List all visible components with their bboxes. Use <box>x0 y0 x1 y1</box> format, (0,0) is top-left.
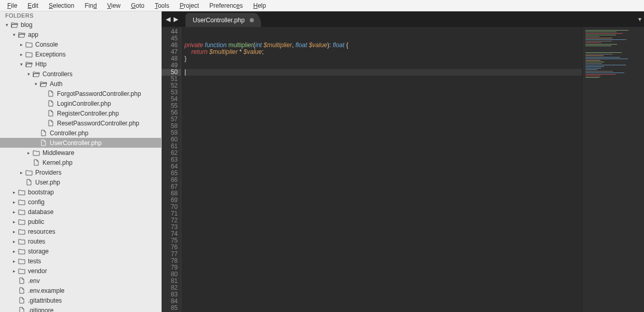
code-line[interactable] <box>184 82 582 89</box>
menu-project[interactable]: Project <box>177 1 202 10</box>
folder-node-public[interactable]: ▸public <box>0 217 161 226</box>
code-line[interactable] <box>184 123 582 130</box>
code-line[interactable] <box>184 150 582 157</box>
code-line[interactable] <box>184 210 582 217</box>
code-line[interactable] <box>184 224 582 231</box>
disclosure-triangle-icon[interactable]: ▾ <box>4 22 9 27</box>
folder-node-auth[interactable]: ▾Auth <box>0 79 161 89</box>
disclosure-triangle-icon[interactable]: ▸ <box>11 239 17 244</box>
code-line[interactable] <box>184 116 582 123</box>
file-node-usercontroller-php[interactable]: UserController.php <box>0 138 161 148</box>
file-node-env-example[interactable]: .env.example <box>0 286 161 295</box>
file-node-gitignore[interactable]: .gitignore <box>0 305 161 312</box>
code-line[interactable] <box>184 271 582 278</box>
code-line[interactable] <box>184 96 582 103</box>
code-line[interactable]: } <box>184 55 582 62</box>
code-line[interactable] <box>184 251 582 258</box>
file-node-resetpasswordcontroller-php[interactable]: ResetPasswordController.php <box>0 118 161 128</box>
code-line[interactable] <box>184 163 582 170</box>
forward-arrow-icon[interactable]: ▶ <box>174 16 178 23</box>
menu-view[interactable]: View <box>104 1 124 10</box>
menu-edit[interactable]: Edit <box>24 1 41 10</box>
menu-tools[interactable]: Tools <box>152 1 173 10</box>
folder-node-app[interactable]: ▾app <box>0 30 161 39</box>
disclosure-triangle-icon[interactable]: ▸ <box>11 229 17 234</box>
code-line[interactable] <box>184 204 582 210</box>
folder-node-blog[interactable]: ▾blog <box>0 20 161 30</box>
disclosure-triangle-icon[interactable]: ▾ <box>11 32 17 37</box>
folder-node-routes[interactable]: ▸routes <box>0 236 161 246</box>
code-line[interactable] <box>184 29 582 35</box>
disclosure-triangle-icon[interactable]: ▸ <box>11 200 17 205</box>
menu-help[interactable]: Help <box>250 1 269 10</box>
menu-find[interactable]: Find <box>81 1 99 10</box>
file-node-controller-php[interactable]: Controller.php <box>0 128 161 138</box>
folder-node-providers[interactable]: ▸Providers <box>0 167 161 177</box>
file-node-forgotpasswordcontroller-php[interactable]: ForgotPasswordController.php <box>0 89 161 98</box>
line-number-gutter[interactable]: 4445464748495051525354555657585960616263… <box>162 27 181 312</box>
code-area[interactable]: 4445464748495051525354555657585960616263… <box>162 27 644 312</box>
code-line[interactable] <box>184 170 582 177</box>
file-node-kernel-php[interactable]: Kernel.php <box>0 158 161 167</box>
sidebar[interactable]: FOLDERS ▾blog▾app▸Console▸Exceptions▾Htt… <box>0 11 162 312</box>
disclosure-triangle-icon[interactable]: ▸ <box>11 219 17 224</box>
code-line[interactable] <box>184 89 582 96</box>
disclosure-triangle-icon[interactable]: ▸ <box>11 259 17 264</box>
code-line[interactable] <box>184 237 582 244</box>
file-node-user-php[interactable]: User.php <box>0 177 161 187</box>
file-node-env[interactable]: .env <box>0 276 161 286</box>
code-line[interactable]: return $multiplier * $value; <box>184 49 582 55</box>
code-line[interactable] <box>184 69 582 76</box>
code-line[interactable] <box>184 103 582 109</box>
code-text[interactable]: private function multiplier(int $multipl… <box>181 27 582 312</box>
folder-node-storage[interactable]: ▸storage <box>0 246 161 256</box>
disclosure-triangle-icon[interactable]: ▸ <box>11 249 17 254</box>
folder-node-console[interactable]: ▸Console <box>0 39 161 49</box>
folder-node-middleware[interactable]: ▸Middleware <box>0 148 161 158</box>
code-line[interactable] <box>184 285 582 291</box>
folder-node-vendor[interactable]: ▸vendor <box>0 266 161 276</box>
code-line[interactable] <box>184 217 582 224</box>
code-line[interactable] <box>184 197 582 204</box>
tab-active[interactable]: UserController.php <box>185 13 261 27</box>
disclosure-triangle-icon[interactable]: ▸ <box>11 268 17 274</box>
folder-node-controllers[interactable]: ▾Controllers <box>0 69 161 79</box>
code-line[interactable] <box>184 258 582 264</box>
disclosure-triangle-icon[interactable]: ▸ <box>19 42 24 47</box>
menu-selection[interactable]: Selection <box>46 1 77 10</box>
code-line[interactable] <box>184 291 582 298</box>
back-arrow-icon[interactable]: ◀ <box>166 16 170 23</box>
folder-node-exceptions[interactable]: ▸Exceptions <box>0 49 161 59</box>
code-line[interactable] <box>184 157 582 163</box>
code-line[interactable] <box>184 278 582 285</box>
menu-preferences[interactable]: Preferences <box>206 1 246 10</box>
menu-file[interactable]: File <box>4 1 20 10</box>
folder-node-http[interactable]: ▾Http <box>0 59 161 69</box>
disclosure-triangle-icon[interactable]: ▾ <box>33 81 38 87</box>
disclosure-triangle-icon[interactable]: ▸ <box>19 52 24 57</box>
code-line[interactable] <box>184 177 582 183</box>
code-line[interactable] <box>184 76 582 82</box>
code-line[interactable] <box>184 183 582 190</box>
code-line[interactable] <box>184 305 582 311</box>
disclosure-triangle-icon[interactable]: ▾ <box>19 62 24 67</box>
disclosure-triangle-icon[interactable]: ▸ <box>11 190 17 195</box>
menu-goto[interactable]: Goto <box>128 1 148 10</box>
folder-node-tests[interactable]: ▸tests <box>0 256 161 266</box>
folder-node-bootstrap[interactable]: ▸bootstrap <box>0 187 161 197</box>
folder-node-resources[interactable]: ▸resources <box>0 226 161 236</box>
code-line[interactable] <box>184 190 582 197</box>
code-line[interactable] <box>184 264 582 271</box>
disclosure-triangle-icon[interactable]: ▸ <box>26 150 31 155</box>
code-line[interactable] <box>184 130 582 136</box>
code-line[interactable] <box>184 109 582 116</box>
folder-node-config[interactable]: ▸config <box>0 197 161 207</box>
code-line[interactable] <box>184 62 582 69</box>
disclosure-triangle-icon[interactable]: ▸ <box>19 170 24 175</box>
code-line[interactable] <box>184 136 582 143</box>
code-line[interactable] <box>184 298 582 305</box>
minimap[interactable] <box>582 27 644 312</box>
folder-node-database[interactable]: ▸database <box>0 207 161 217</box>
code-line[interactable] <box>184 244 582 251</box>
code-line[interactable] <box>184 231 582 237</box>
